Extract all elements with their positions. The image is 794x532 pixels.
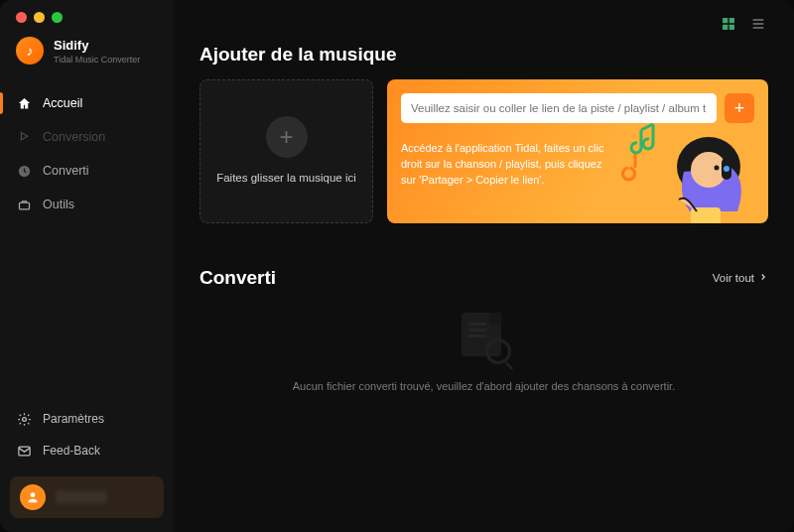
svg-rect-7 <box>723 25 728 30</box>
nav-label: Converti <box>43 164 89 178</box>
svg-rect-8 <box>729 25 734 30</box>
home-icon <box>16 95 32 111</box>
toolbox-icon <box>16 197 32 212</box>
nav-label: Outils <box>43 198 74 211</box>
app-window: ♪ Sidify Tidal Music Converter Accueil C… <box>0 0 794 532</box>
nav-label: Conversion <box>43 130 105 144</box>
app-logo-icon: ♪ <box>16 37 44 65</box>
topbar <box>199 14 768 34</box>
grid-view-icon[interactable] <box>719 14 738 34</box>
feedback-label: Feed-Back <box>43 444 100 458</box>
brand-text: Sidify Tidal Music Converter <box>54 38 140 65</box>
url-hero-card: + Accédez à l'application Tidal, faites … <box>387 79 768 223</box>
view-all-link[interactable]: Voir tout <box>713 272 768 284</box>
empty-message: Aucun fichier converti trouvé, veuillez … <box>293 380 675 392</box>
window-controls <box>0 12 174 37</box>
svg-point-2 <box>22 417 26 421</box>
nav-tools[interactable]: Outils <box>0 188 174 221</box>
converted-header: Converti Voir tout <box>199 267 768 289</box>
hero-illustration <box>609 112 768 223</box>
svg-point-10 <box>691 152 727 188</box>
settings-label: Paramètres <box>43 412 104 426</box>
view-all-label: Voir tout <box>713 272 754 284</box>
svg-rect-5 <box>723 18 728 23</box>
nav-conversion[interactable]: Conversion <box>0 120 174 154</box>
nav-converted[interactable]: Converti <box>0 154 174 188</box>
mail-icon <box>16 443 32 459</box>
nav: Accueil Conversion Converti Outils <box>0 86 174 221</box>
nav-home[interactable]: Accueil <box>0 86 174 120</box>
converted-title: Converti <box>199 267 276 289</box>
maximize-icon[interactable] <box>52 12 63 23</box>
clock-icon <box>16 163 32 179</box>
svg-rect-6 <box>729 18 734 23</box>
main-content: Ajouter de la musique + Faites glisser l… <box>174 0 794 532</box>
nav-label: Accueil <box>43 96 82 110</box>
svg-point-13 <box>724 166 729 172</box>
svg-point-11 <box>715 166 720 171</box>
sidebar-bottom: Paramètres Feed-Back <box>0 403 174 532</box>
dropzone-label: Faites glisser la musique ici <box>206 170 366 186</box>
dropzone[interactable]: + Faites glisser la musique ici <box>199 79 373 223</box>
add-music-title: Ajouter de la musique <box>199 44 768 66</box>
app-subtitle: Tidal Music Converter <box>54 55 140 65</box>
conversion-icon <box>16 129 32 145</box>
menu-icon[interactable] <box>748 14 768 34</box>
gear-icon <box>16 411 32 427</box>
sidebar: ♪ Sidify Tidal Music Converter Accueil C… <box>0 0 174 532</box>
avatar-icon <box>20 484 46 510</box>
add-music-row: + Faites glisser la musique ici + Accéde… <box>199 79 768 223</box>
svg-point-4 <box>31 492 36 497</box>
user-name-redacted <box>56 490 107 504</box>
feedback-link[interactable]: Feed-Back <box>0 435 174 466</box>
user-card[interactable] <box>10 476 164 518</box>
hero-hint: Accédez à l'application Tidal, faites un… <box>401 141 609 189</box>
app-title: Sidify <box>54 38 140 53</box>
close-icon[interactable] <box>16 12 27 23</box>
chevron-right-icon <box>758 272 768 284</box>
empty-document-search-icon <box>454 313 515 364</box>
empty-state: Aucun fichier converti trouvé, veuillez … <box>199 299 768 392</box>
plus-icon: + <box>266 116 308 158</box>
svg-rect-1 <box>19 202 29 209</box>
brand: ♪ Sidify Tidal Music Converter <box>0 37 174 86</box>
minimize-icon[interactable] <box>34 12 45 23</box>
settings-link[interactable]: Paramètres <box>0 403 174 435</box>
